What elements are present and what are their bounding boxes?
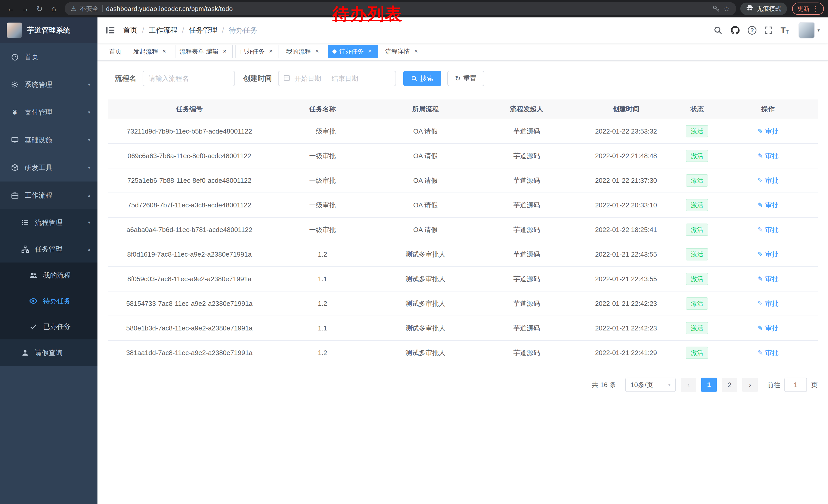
status-cell: 激活 bbox=[676, 316, 718, 340]
forward-icon[interactable]: → bbox=[18, 2, 32, 15]
status-badge: 激活 bbox=[686, 174, 708, 187]
task-id-cell: 58154733-7ac8-11ec-a9e2-a2380e71991a bbox=[108, 291, 271, 316]
initiator-cell: 芋道源码 bbox=[477, 340, 576, 365]
column-status: 状态 bbox=[676, 99, 718, 119]
total-count: 共 16 条 bbox=[592, 380, 616, 390]
status-badge: 激活 bbox=[686, 150, 708, 162]
briefcase-icon bbox=[10, 191, 19, 199]
chevron-down-icon: ▾ bbox=[88, 137, 90, 143]
tab-todo-tasks[interactable]: 待办任务 × bbox=[328, 45, 378, 58]
search-icon[interactable] bbox=[713, 26, 722, 35]
home-icon[interactable]: ⌂ bbox=[47, 2, 60, 15]
sidebar-item-workflow[interactable]: 工作流程 ▴ bbox=[0, 182, 97, 209]
sidebar-item-process-management[interactable]: 流程管理 ▾ bbox=[0, 209, 97, 236]
sidebar-item-leave-query[interactable]: 请假查询 bbox=[0, 339, 97, 366]
page-button-2[interactable]: 2 bbox=[722, 378, 737, 392]
sidebar-item-label: 请假查询 bbox=[35, 348, 63, 357]
approve-link[interactable]: ✎审批 bbox=[757, 275, 779, 283]
update-button[interactable]: 更新 ⋮ bbox=[792, 3, 824, 15]
close-icon[interactable]: × bbox=[161, 48, 168, 55]
tab-start-process[interactable]: 发起流程 × bbox=[129, 45, 172, 58]
tab-label: 首页 bbox=[109, 47, 122, 56]
process-name-label: 流程名 bbox=[115, 74, 136, 83]
bookmark-star-icon[interactable]: ☆ bbox=[723, 5, 730, 13]
reset-button[interactable]: ↻ 重置 bbox=[447, 71, 484, 86]
address-bar[interactable]: ⚠ 不安全 dashboard.yudao.iocoder.cn/bpm/tas… bbox=[65, 2, 736, 15]
tab-home[interactable]: 首页 bbox=[105, 45, 126, 58]
fullscreen-icon[interactable] bbox=[764, 26, 773, 35]
task-table: 任务编号 任务名称 所属流程 流程发起人 创建时间 状态 操作 73211d9d… bbox=[108, 99, 818, 365]
search-button[interactable]: 搜索 bbox=[403, 71, 441, 86]
page-button-1[interactable]: 1 bbox=[701, 378, 717, 392]
password-key-icon[interactable] bbox=[712, 5, 720, 12]
github-icon[interactable] bbox=[730, 26, 740, 35]
sidebar-item-payment[interactable]: ¥ 支付管理 ▾ bbox=[0, 98, 97, 126]
tab-process-form-edit[interactable]: 流程表单-编辑 × bbox=[175, 45, 233, 58]
tab-process-detail[interactable]: 流程详情 × bbox=[381, 45, 424, 58]
approve-link-label: 审批 bbox=[765, 151, 779, 161]
next-page-button[interactable]: › bbox=[742, 378, 758, 392]
tags-view-bar: 首页 发起流程 × 流程表单-编辑 × 已办任务 × 我的流程 × 待办任务 × bbox=[97, 43, 828, 60]
created-time-cell: 2022-01-21 22:41:29 bbox=[576, 340, 676, 365]
help-icon[interactable]: ? bbox=[748, 26, 756, 35]
sidebar-item-home[interactable]: 首页 bbox=[0, 43, 97, 71]
close-icon[interactable]: × bbox=[366, 48, 373, 55]
approve-link-label: 审批 bbox=[765, 349, 779, 357]
font-size-icon[interactable]: TT bbox=[781, 26, 789, 34]
browser-menu-dots-icon[interactable]: ⋮ bbox=[812, 5, 819, 13]
approve-link[interactable]: ✎审批 bbox=[757, 324, 779, 333]
tab-my-process[interactable]: 我的流程 × bbox=[282, 45, 325, 58]
sidebar-item-system[interactable]: 系统管理 ▾ bbox=[0, 71, 97, 98]
sidebar-item-task-management[interactable]: 任务管理 ▴ bbox=[0, 236, 97, 263]
refresh-icon[interactable]: ↻ bbox=[33, 2, 46, 15]
approve-link-label: 审批 bbox=[765, 201, 779, 210]
approve-link[interactable]: ✎审批 bbox=[757, 349, 779, 357]
approve-link[interactable]: ✎审批 bbox=[757, 201, 779, 210]
avatar[interactable] bbox=[798, 22, 815, 39]
approve-link[interactable]: ✎审批 bbox=[757, 176, 779, 185]
process-name-input[interactable] bbox=[142, 71, 235, 86]
close-icon[interactable]: × bbox=[221, 48, 228, 55]
approve-link[interactable]: ✎审批 bbox=[757, 127, 779, 136]
status-cell: 激活 bbox=[676, 291, 718, 316]
sidebar-item-my-process[interactable]: 我的流程 bbox=[0, 263, 97, 288]
status-badge: 激活 bbox=[686, 347, 708, 359]
initiator-cell: 芋道源码 bbox=[477, 242, 576, 267]
sidebar-item-todo-tasks[interactable]: 待办任务 bbox=[0, 288, 97, 314]
page-size-value: 10条/页 bbox=[630, 380, 653, 390]
sidebar-item-done-tasks[interactable]: 已办任务 bbox=[0, 314, 97, 339]
approve-link[interactable]: ✎审批 bbox=[757, 250, 779, 259]
back-icon[interactable]: ← bbox=[4, 2, 17, 15]
task-name-cell: 一级审批 bbox=[271, 217, 374, 242]
initiator-cell: 芋道源码 bbox=[477, 193, 576, 217]
approve-link-label: 审批 bbox=[765, 299, 779, 308]
edit-pencil-icon: ✎ bbox=[757, 152, 763, 160]
process-cell: OA 请假 bbox=[374, 193, 477, 217]
chevron-down-icon: ▾ bbox=[818, 28, 820, 33]
status-cell: 激活 bbox=[676, 242, 718, 267]
task-id-cell: 580e1b3d-7ac8-11ec-a9e2-a2380e71991a bbox=[108, 316, 271, 340]
sidebar-item-infrastructure[interactable]: 基础设施 ▾ bbox=[0, 126, 97, 154]
hamburger-icon[interactable] bbox=[106, 26, 115, 35]
task-id-cell: 8f0d1619-7ac8-11ec-a9e2-a2380e71991a bbox=[108, 242, 271, 267]
close-icon[interactable]: × bbox=[412, 48, 420, 55]
approve-link[interactable]: ✎审批 bbox=[757, 225, 779, 234]
breadcrumb-task-management[interactable]: 任务管理 bbox=[189, 26, 217, 35]
page-size-select[interactable]: 10条/页 ▾ bbox=[625, 378, 676, 392]
approve-link[interactable]: ✎审批 bbox=[757, 151, 779, 161]
user-menu[interactable]: ▾ bbox=[798, 22, 820, 39]
sidebar-item-label: 待办任务 bbox=[43, 296, 71, 306]
close-icon[interactable]: × bbox=[314, 48, 321, 55]
date-range-picker[interactable]: 开始日期 - 结束日期 bbox=[278, 71, 396, 86]
goto-page-input[interactable] bbox=[784, 378, 807, 392]
close-icon[interactable]: × bbox=[267, 48, 275, 55]
breadcrumb-home[interactable]: 首页 bbox=[123, 26, 137, 35]
status-badge: 激活 bbox=[686, 199, 708, 211]
prev-page-button[interactable]: ‹ bbox=[681, 378, 696, 392]
check-icon bbox=[29, 322, 38, 331]
tab-done-tasks[interactable]: 已办任务 × bbox=[236, 45, 279, 58]
sidebar-item-devtools[interactable]: 研发工具 ▾ bbox=[0, 154, 97, 182]
approve-link[interactable]: ✎审批 bbox=[757, 299, 779, 308]
breadcrumb-workflow[interactable]: 工作流程 bbox=[149, 26, 177, 35]
sidebar-item-label: 工作流程 bbox=[25, 191, 52, 200]
